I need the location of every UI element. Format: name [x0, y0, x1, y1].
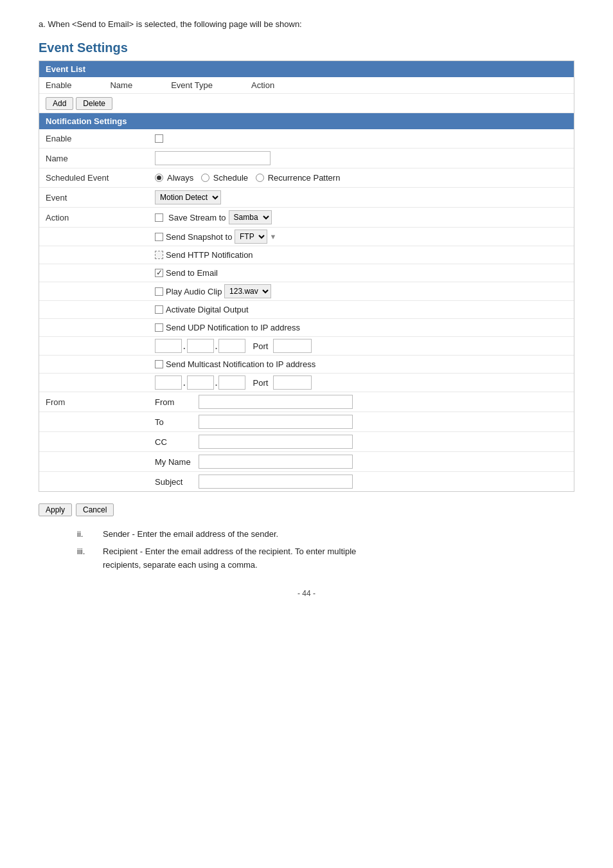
- save-stream-label: Save Stream to: [168, 213, 226, 222]
- play-audio-dropdown[interactable]: 123.wav: [224, 284, 271, 298]
- event-list-buttons-row: Add Delete: [39, 94, 574, 113]
- subject-label: Subject: [155, 477, 193, 487]
- event-dropdown[interactable]: Motion Detect: [155, 190, 221, 204]
- send-http-label: Send HTTP Notification: [166, 250, 253, 260]
- list-item-ii: ii. Sender - Enter the email address of …: [77, 529, 574, 539]
- delete-button[interactable]: Delete: [76, 97, 112, 110]
- scheduled-event-row: Scheduled Event Always Schedule Recurren…: [39, 168, 574, 188]
- play-audio-row: Play Audio Clip 123.wav: [39, 282, 574, 301]
- play-audio-checkbox[interactable]: [155, 287, 163, 296]
- scheduled-event-label: Scheduled Event: [46, 173, 155, 183]
- page-title: Event Settings: [39, 41, 574, 55]
- enable-row: Enable: [39, 129, 574, 149]
- send-snapshot-dropdown[interactable]: FTP: [235, 230, 267, 244]
- to-label: To: [155, 417, 193, 427]
- email-label: From: [46, 397, 155, 407]
- apply-button[interactable]: Apply: [39, 503, 72, 516]
- content-iii-main: Recipient - Enter the email address of t…: [103, 547, 356, 556]
- send-http-row: Send HTTP Notification: [39, 246, 574, 264]
- intro-text: a. When <Send to Email> is selected, the…: [39, 19, 574, 29]
- always-label: Always: [167, 173, 193, 183]
- content-iii-indent: recipients, separate each using a comma.: [103, 560, 574, 570]
- col-action: Action: [251, 80, 274, 90]
- multicast-ip-row: . . Port: [39, 374, 574, 392]
- save-stream-dropdown[interactable]: Samba: [229, 210, 272, 224]
- action-label: Action: [46, 213, 155, 222]
- enable-label: Enable: [46, 134, 155, 143]
- to-input[interactable]: [199, 415, 353, 429]
- list-item-iii: iii. Recipient - Enter the email address…: [77, 547, 574, 570]
- col-event-type: Event Type: [171, 80, 213, 90]
- udp-ip-2[interactable]: [187, 339, 214, 353]
- instructions-list: ii. Sender - Enter the email address of …: [77, 529, 574, 570]
- marker-ii: ii.: [77, 529, 103, 539]
- cancel-button[interactable]: Cancel: [76, 503, 114, 516]
- send-email-checkbox[interactable]: [155, 269, 163, 277]
- subject-row: Subject: [39, 472, 574, 491]
- udp-ip-row: . . Port: [39, 337, 574, 356]
- marker-iii: iii.: [77, 547, 103, 570]
- recurrence-label: Recurrence Pattern: [268, 173, 341, 183]
- cc-input[interactable]: [199, 435, 353, 449]
- notification-settings-header: Notification Settings: [39, 113, 574, 129]
- email-cc-row: CC: [39, 432, 574, 452]
- event-settings-panel: Event List Enable Name Event Type Action…: [39, 60, 574, 492]
- schedule-label: Schedule: [213, 173, 248, 183]
- col-enable: Enable: [46, 80, 71, 90]
- multicast-ip-1[interactable]: [155, 375, 182, 390]
- event-list-header: Event List: [39, 61, 574, 77]
- udp-ip-3[interactable]: [218, 339, 245, 353]
- enable-checkbox[interactable]: [155, 134, 163, 143]
- recurrence-radio[interactable]: [256, 174, 264, 182]
- content-iii: Recipient - Enter the email address of t…: [103, 547, 574, 570]
- send-snapshot-checkbox[interactable]: [155, 233, 163, 241]
- name-input[interactable]: [155, 151, 271, 165]
- activate-digital-label: Activate Digital Output: [166, 305, 249, 314]
- send-udp-label: Send UDP Notification to IP address: [166, 323, 300, 332]
- schedule-radio[interactable]: [201, 174, 209, 182]
- cc-label: CC: [155, 437, 193, 447]
- from-input[interactable]: [199, 395, 353, 409]
- send-email-row: Send to Email: [39, 264, 574, 282]
- send-multicast-row: Send Multicast Notification to IP addres…: [39, 356, 574, 374]
- send-snapshot-label: Send Snapshot to: [166, 232, 232, 242]
- multicast-port-label: Port: [253, 378, 268, 388]
- add-button[interactable]: Add: [46, 97, 73, 110]
- footer-buttons: Apply Cancel: [39, 503, 574, 516]
- name-label: Name: [46, 154, 155, 163]
- send-multicast-checkbox[interactable]: [155, 360, 163, 368]
- udp-ip-1[interactable]: [155, 339, 182, 353]
- send-multicast-label: Send Multicast Notification to IP addres…: [166, 359, 315, 369]
- always-radio[interactable]: [155, 174, 163, 182]
- multicast-ip-2[interactable]: [187, 375, 214, 390]
- play-audio-label: Play Audio Clip: [166, 287, 222, 296]
- email-to-row: To: [39, 412, 574, 432]
- multicast-ip-3[interactable]: [218, 375, 245, 390]
- page-number: - 44 -: [39, 589, 574, 598]
- send-http-checkbox[interactable]: [155, 251, 163, 259]
- from-label: From: [155, 397, 193, 407]
- event-row: Event Motion Detect: [39, 188, 574, 208]
- event-list-columns: Enable Name Event Type Action: [39, 77, 574, 94]
- col-name: Name: [110, 80, 132, 90]
- myname-label: My Name: [155, 457, 193, 467]
- udp-port-input[interactable]: [273, 339, 312, 353]
- action-row: Action Save Stream to Samba: [39, 208, 574, 228]
- event-label: Event: [46, 193, 155, 203]
- content-ii: Sender - Enter the email address of the …: [103, 529, 574, 539]
- myname-input[interactable]: [199, 455, 353, 469]
- name-row: Name: [39, 149, 574, 168]
- multicast-port-input[interactable]: [273, 375, 312, 390]
- email-from-row: From From: [39, 392, 574, 412]
- send-email-label: Send to Email: [166, 268, 218, 278]
- save-stream-checkbox[interactable]: [155, 213, 163, 222]
- subject-input[interactable]: [199, 475, 353, 489]
- udp-port-label: Port: [253, 341, 268, 351]
- send-udp-row: Send UDP Notification to IP address: [39, 319, 574, 337]
- myname-row: My Name: [39, 452, 574, 472]
- send-snapshot-row: Send Snapshot to FTP ▼: [39, 228, 574, 246]
- activate-digital-checkbox[interactable]: [155, 305, 163, 314]
- activate-digital-row: Activate Digital Output: [39, 301, 574, 319]
- send-udp-checkbox[interactable]: [155, 323, 163, 332]
